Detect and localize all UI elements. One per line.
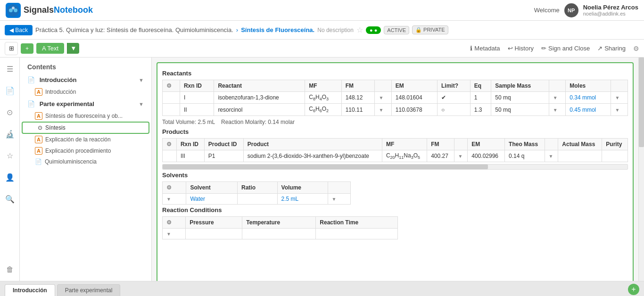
rc1-pressure: [186, 229, 242, 239]
products-scroll-area[interactable]: ⚙ Rxn ID Product ID Product MF FM EM The…: [162, 138, 628, 162]
products-title: Products: [162, 128, 628, 135]
info-icon: ℹ: [470, 45, 472, 52]
s1-dropdown[interactable]: ▼: [163, 194, 186, 205]
caret-parte-exp[interactable]: ▼: [139, 101, 144, 107]
rc-col-pressure: Pressure: [186, 217, 242, 229]
p1-fm-dd[interactable]: ▼: [454, 150, 468, 162]
s1-vol-dd[interactable]: ▼: [328, 194, 350, 205]
rc1-dropdown[interactable]: ▼: [163, 229, 186, 239]
sharing-label: Sharing: [604, 45, 626, 52]
grid-view-button[interactable]: ⊞: [5, 42, 18, 55]
r1-mf: C8H4O3: [305, 92, 341, 104]
solvents-table: ⚙ Solvent Ratio Volume ▼ Water 2.5 mL ▼: [162, 181, 351, 205]
tab-parte-experimental[interactable]: Parte experimental: [57, 284, 121, 296]
p1-actual-mass: [558, 150, 602, 162]
subsection-sintesis-active[interactable]: ⊙ Síntesis: [22, 122, 149, 134]
p-col-fm: FM: [427, 138, 454, 150]
sign-close-button[interactable]: ✏ Sign and Close: [541, 45, 590, 52]
sidebar-icon-user[interactable]: 👤: [3, 171, 17, 184]
reactants-col-sample-mass: Sample Mass: [491, 80, 549, 92]
contents-panel: Contents 📄 Introducción ▼ A Introducción…: [20, 58, 152, 281]
r2-sm-dd[interactable]: ▼: [549, 104, 565, 115]
p-col-mf: MF: [382, 138, 427, 150]
sidebar-icon-star[interactable]: ☆: [3, 149, 17, 162]
subsection-label-intro: Introducción: [45, 89, 76, 95]
star-icon[interactable]: ☆: [356, 25, 363, 34]
r1-sm-dd[interactable]: ▼: [549, 92, 565, 104]
p-col-theo-mass: Theo Mass: [505, 138, 545, 150]
r1-eq: 1: [470, 92, 491, 104]
p-col-gear[interactable]: ⚙: [163, 138, 177, 150]
reactants-col-em: EM: [391, 80, 437, 92]
subsection-introduccion[interactable]: A Introducción: [20, 86, 151, 98]
r2-fm-dd[interactable]: ▼: [375, 104, 391, 115]
reactants-col-moles-arrow: [611, 80, 628, 92]
sidebar-item-parte-experimental[interactable]: 📄 Parte experimental ▼: [20, 98, 151, 110]
main-layout: ☰ 📄 ⊙ 🔬 ☆ 👤 🔍 🗑 Contents 📄 Introducción …: [0, 58, 644, 281]
text-type-button[interactable]: A Text: [36, 43, 64, 54]
rc-col-gear[interactable]: ⚙: [163, 217, 186, 229]
sidebar-icon-flask[interactable]: 🔬: [3, 127, 17, 140]
tab-introduccion[interactable]: Introducción: [5, 284, 55, 296]
sidebar-item-introduccion[interactable]: 📄 Introducción ▼: [20, 74, 151, 86]
reactants-col-moles: Moles: [566, 80, 611, 92]
history-button[interactable]: ↩ History: [508, 45, 534, 52]
back-button[interactable]: ◀ Back: [5, 25, 33, 35]
subsection-explicacion-proc[interactable]: A Explicación procedimiento: [20, 145, 151, 156]
p1-gear: [163, 150, 177, 162]
add-tab-button[interactable]: +: [628, 284, 639, 295]
text-icon-intro: A: [35, 88, 42, 96]
p-col-productid: Product ID: [204, 138, 243, 150]
sidebar-icon-menu[interactable]: ☰: [3, 62, 17, 75]
p-col-fm-dd: [454, 138, 468, 150]
bottom-tabs: Introducción Parte experimental +: [0, 281, 644, 296]
p1-purity: [602, 150, 628, 162]
r2-fm: 110.11: [341, 104, 375, 115]
page-icon-parte-exp: 📄: [27, 100, 35, 107]
p-col-purity: Purity: [602, 138, 628, 150]
reactants-col-gear[interactable]: ⚙: [163, 80, 180, 92]
sidebar-icon-trash[interactable]: 🗑: [3, 263, 17, 276]
subsection-explicacion-reaccion[interactable]: A Explicación de la reacción: [20, 134, 151, 145]
r1-fm-dd[interactable]: ▼: [375, 92, 391, 104]
sidebar-icon-atom[interactable]: ⊙: [3, 106, 17, 119]
vertical-scrollbar[interactable]: [638, 58, 644, 281]
r1-moles-dd[interactable]: ▼: [611, 92, 628, 104]
p1-em: 400.02996: [468, 150, 505, 162]
breadcrumb-separator: ›: [236, 26, 238, 33]
caret-introduccion[interactable]: ▼: [139, 77, 144, 83]
subsection-sintesis-ob[interactable]: A Síntesis de fluoresceína y ob...: [20, 110, 151, 122]
page-icon-introduccion: 📄: [27, 76, 35, 83]
sidebar-icon-search[interactable]: 🔍: [3, 192, 17, 206]
r2-moles-dd[interactable]: ▼: [611, 104, 628, 115]
p-col-product: Product: [243, 138, 382, 150]
subsection-quimio[interactable]: 📄 Quimioluminiscencia: [20, 156, 151, 167]
welcome-text: Welcome: [534, 7, 560, 14]
s1-solvent: Water: [186, 194, 238, 205]
r1-limit[interactable]: ✔: [438, 92, 471, 104]
s-col-gear[interactable]: ⚙: [163, 182, 186, 194]
toolbar-left: ⊞ + A Text ▼: [5, 42, 79, 55]
horizontal-scrollbar[interactable]: [162, 164, 628, 170]
svg-point-0: [7, 4, 19, 16]
r2-limit[interactable]: ○: [438, 104, 471, 115]
r2-moles: 0.45 mmol: [566, 104, 611, 115]
p1-theo-dd[interactable]: ▼: [545, 150, 558, 162]
sharing-button[interactable]: ↗ Sharing: [597, 45, 626, 52]
add-block-button[interactable]: +: [21, 43, 33, 54]
table-row: II resorcinol C6H6O2 110.11 ▼ 110.03678 …: [163, 104, 628, 115]
section-label-parte-exp: Parte experimental: [40, 100, 94, 107]
r2-mf: C6H6O2: [305, 104, 341, 115]
rc-col-temperature: Temperature: [242, 217, 316, 229]
gear-icon[interactable]: ⚙: [633, 45, 639, 52]
toggle-button[interactable]: ● ●: [366, 26, 381, 34]
logo-icon: [6, 3, 21, 18]
text-type-dropdown[interactable]: ▼: [67, 43, 79, 54]
text-icon-sintesis-ob: A: [35, 112, 42, 120]
sidebar-icon-page[interactable]: 📄: [3, 84, 17, 97]
user-avatar: NP: [564, 3, 578, 17]
s-col-vol-dd: [328, 182, 350, 194]
breadcrumb-current: Síntesis de Fluoresceína.: [241, 26, 314, 33]
r1-sample-mass: 50 mq: [491, 92, 549, 104]
metadata-button[interactable]: ℹ Metadata: [470, 45, 500, 52]
